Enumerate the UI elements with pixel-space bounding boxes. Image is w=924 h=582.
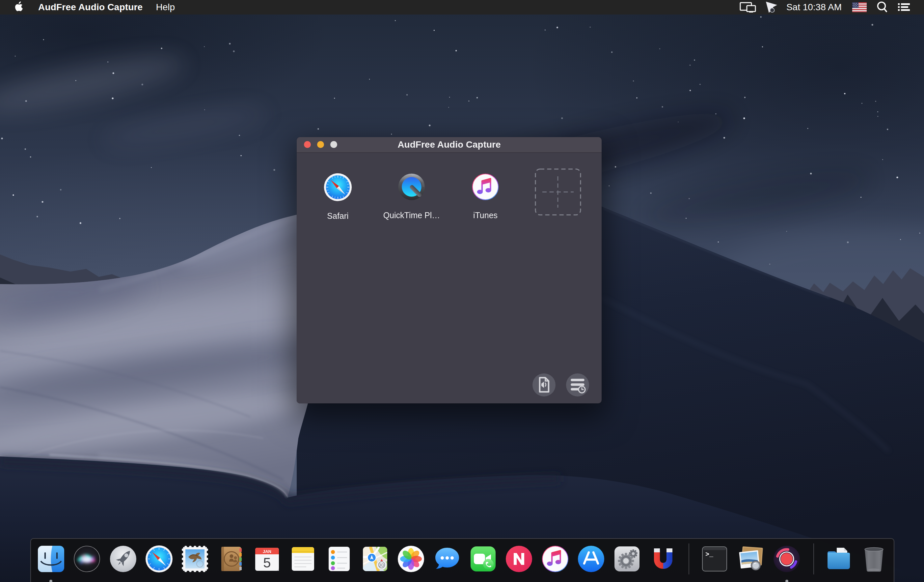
svg-text:>_: >_ xyxy=(705,551,714,558)
svg-text:JAN: JAN xyxy=(263,549,271,554)
svg-text:5: 5 xyxy=(263,555,271,570)
svg-text:3D: 3D xyxy=(379,563,384,567)
